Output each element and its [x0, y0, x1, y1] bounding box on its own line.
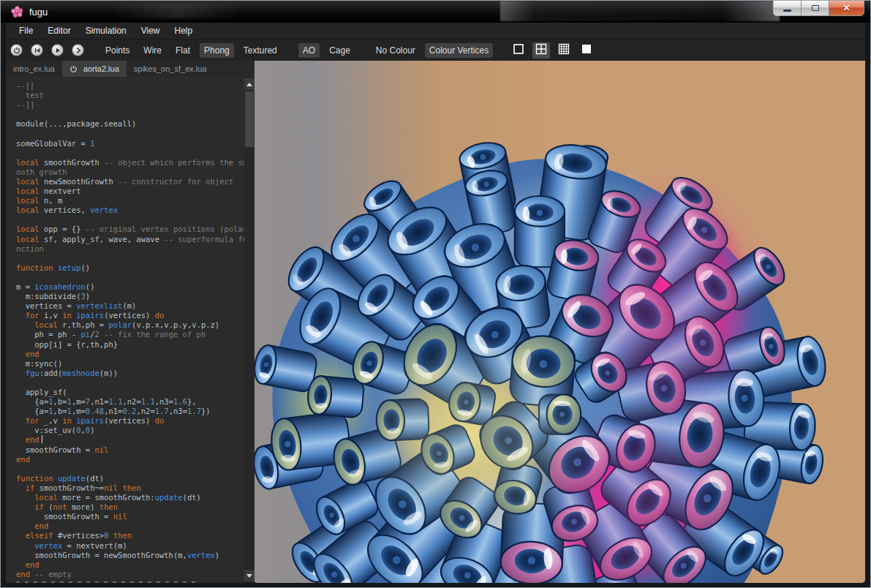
- code-line: fgu:add(meshnode(m)): [16, 369, 241, 378]
- code-line: m:sync(): [16, 359, 241, 369]
- code-line: local newSmoothGrowth -- constructor for…: [16, 177, 241, 186]
- code-line: if (not more) then: [16, 502, 241, 512]
- skip-start-icon: [34, 44, 41, 57]
- minimize-button[interactable]: [774, 1, 802, 15]
- code-line: local smoothGrowth -- object which perfo…: [16, 158, 241, 167]
- code-line: local nextvert: [16, 186, 241, 196]
- code-line: smoothGrowth = nil: [16, 512, 241, 521]
- code-line: function update(dt): [16, 474, 241, 483]
- grid-view-button[interactable]: [555, 42, 573, 59]
- toggle-points[interactable]: Points: [101, 43, 134, 58]
- menu-help[interactable]: Help: [167, 23, 200, 38]
- code-line: local opp = {} -- original vertex positi…: [16, 225, 241, 234]
- code-line: --]]: [16, 100, 241, 110]
- code-line: end -- empty: [16, 570, 241, 579]
- code-editor[interactable]: --[[ test--]] module(...,package.seeall)…: [6, 77, 254, 583]
- maximize-button[interactable]: [802, 1, 829, 15]
- code-line: [16, 273, 241, 282]
- code-line: vertex = nextvert(m): [16, 541, 241, 551]
- play-button[interactable]: [51, 44, 64, 56]
- scrollbar-thumb[interactable]: [245, 91, 254, 147]
- code-line: {a=1,b=1,m=0.48,n1=0.2,n2=1.7,n3=1.7}): [16, 407, 241, 416]
- minimize-icon: [783, 10, 791, 12]
- code-line: local more = smoothGrowth:update(dt): [16, 493, 241, 502]
- code-line: m = icosahedron(): [16, 282, 241, 292]
- menu-editor[interactable]: Editor: [40, 23, 78, 38]
- tab-intro_ex.lua[interactable]: intro_ex.lua: [6, 61, 62, 77]
- toolbar: PointsWireFlatPhongTexturedAOCageNo Colo…: [6, 39, 865, 61]
- menu-simulation[interactable]: Simulation: [78, 23, 134, 38]
- toggle-phong[interactable]: Phong: [200, 43, 234, 58]
- close-button[interactable]: ✕: [829, 1, 864, 15]
- menubar: FileEditorSimulationViewHelp: [6, 23, 865, 39]
- code-line: for i,v in ipairs(vertices) do: [16, 311, 241, 320]
- titlebar-ghost: [500, 1, 780, 21]
- menu-file[interactable]: File: [12, 23, 40, 38]
- step-button[interactable]: [72, 44, 84, 56]
- titlebar-ghost: [110, 4, 242, 18]
- toggle-cage[interactable]: Cage: [325, 43, 355, 58]
- maximize-icon: [812, 5, 819, 11]
- toggle-wire[interactable]: Wire: [139, 43, 166, 58]
- code-line: end: [16, 435, 241, 445]
- quad-view-icon: [535, 43, 547, 58]
- code-line: someGlobalVar = 1: [16, 139, 241, 148]
- code-line: ooth growth: [16, 167, 241, 177]
- code-line: [16, 148, 241, 158]
- solid-view-icon: [581, 43, 592, 58]
- solid-view-button[interactable]: [578, 42, 595, 59]
- grid-view-icon: [558, 43, 570, 58]
- power-icon: [13, 44, 20, 57]
- code-line: elseif #vertices>0 then: [16, 531, 241, 540]
- code-line: [16, 464, 241, 474]
- code-line: if smoothGrowth~=nil then: [16, 483, 241, 493]
- main-content: intro_ex.luaaorta2.luaspikes_on_sf_ex.lu…: [6, 61, 865, 583]
- code-line: for _,v in ipairs(vertices) do: [16, 416, 241, 426]
- code-line: v:set_uv(0,0): [16, 426, 241, 435]
- toggle-flat[interactable]: Flat: [171, 43, 195, 58]
- code-line: end: [16, 455, 241, 464]
- tab-label: spikes_on_sf_ex.lua: [134, 64, 207, 73]
- code-line: end: [16, 560, 241, 570]
- code-line: ph = ph - pi/2 -- fix the range of ph: [16, 330, 241, 339]
- toggle-textured[interactable]: Textured: [239, 43, 282, 58]
- toggle-ao[interactable]: AO: [298, 43, 320, 58]
- tab-label: intro_ex.lua: [13, 64, 55, 73]
- code-line: [16, 110, 241, 119]
- editor-tabbar: intro_ex.luaaorta2.luaspikes_on_sf_ex.lu…: [6, 61, 254, 77]
- code-line: m:subdivide(3): [16, 292, 241, 301]
- step-icon: [75, 44, 82, 57]
- scroll-down-button[interactable]: [244, 570, 254, 581]
- script-running-power-icon: [69, 65, 78, 73]
- viewport-3d[interactable]: [254, 61, 865, 583]
- code-line: apply_sf(: [16, 388, 241, 397]
- skip-start-button[interactable]: [31, 44, 43, 56]
- tab-label: aorta2.lua: [83, 64, 119, 73]
- code-line: [16, 378, 241, 388]
- toggle-no-colour[interactable]: No Colour: [372, 43, 420, 58]
- code-line: end: [16, 521, 241, 531]
- single-view-button[interactable]: [510, 42, 527, 59]
- scroll-up-button[interactable]: [244, 78, 254, 90]
- code-line: [16, 254, 241, 263]
- clipped-code-line: [16, 581, 199, 583]
- menu-view[interactable]: View: [134, 23, 167, 38]
- code-line: [16, 129, 241, 138]
- app-window: fugu ✕ FileEditorSimulationViewHelp Poin…: [0, 0, 871, 588]
- toggle-colour-vertices[interactable]: Colour Vertices: [425, 43, 493, 58]
- code-line: vertices = vertexlist(m): [16, 301, 241, 311]
- close-icon: ✕: [842, 3, 850, 13]
- titlebar[interactable]: fugu ✕: [1, 1, 870, 23]
- code-line: [16, 215, 241, 225]
- script-editor-panel: intro_ex.luaaorta2.luaspikes_on_sf_ex.lu…: [6, 61, 254, 583]
- app-logo-flower-icon: [11, 6, 23, 18]
- tab-aorta2.lua[interactable]: aorta2.lua: [62, 61, 127, 77]
- power-button[interactable]: [10, 44, 23, 56]
- tab-spikes_on_sf_ex.lua[interactable]: spikes_on_sf_ex.lua: [127, 61, 214, 77]
- quad-view-button[interactable]: [532, 42, 550, 59]
- code-line: smoothGrowth = nil: [16, 445, 241, 455]
- code-line: local vertices, vertex: [16, 206, 241, 215]
- editor-scrollbar[interactable]: [244, 77, 254, 583]
- code-line: function setup(): [16, 263, 241, 273]
- arrow-up-icon: [246, 83, 252, 86]
